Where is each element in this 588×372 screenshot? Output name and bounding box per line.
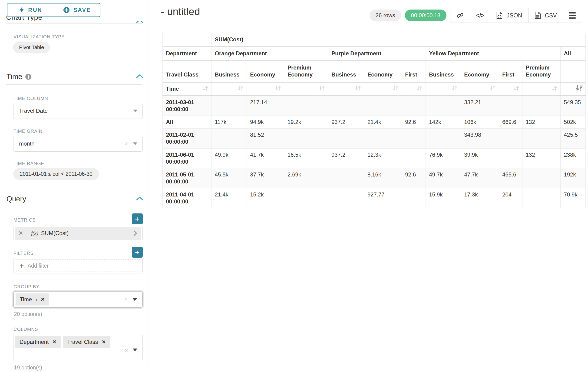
json-file-icon bbox=[496, 12, 503, 19]
time-collapse-chevron-icon[interactable] bbox=[136, 74, 143, 80]
time-range-label: TIME RANGE bbox=[13, 161, 44, 166]
pivot-cell: 12.3k bbox=[364, 148, 402, 168]
time-range-pill[interactable]: 2011-01-01 ≤ col < 2011-06-30 bbox=[13, 168, 99, 180]
clear-icon[interactable]: × bbox=[124, 347, 128, 354]
row-label: All bbox=[163, 116, 211, 128]
pivot-cell bbox=[284, 188, 328, 208]
chart-title[interactable]: - untitled bbox=[161, 6, 200, 17]
pivot-cell bbox=[328, 96, 364, 116]
pivot-cell: 425.5 bbox=[561, 128, 586, 148]
pivot-body: 2011-03-01 00:00:00217.14332.21549.35All… bbox=[163, 96, 586, 208]
columns-select[interactable]: Department ✕ Travel Class ✕ × bbox=[13, 334, 143, 361]
pivot-cell bbox=[364, 96, 402, 116]
sort-header[interactable] bbox=[402, 82, 426, 96]
table-row: 2011-02-01 00:00:0081.52343.98425.5 bbox=[163, 128, 586, 148]
sort-header-sorted-desc[interactable] bbox=[561, 82, 586, 96]
sort-header[interactable] bbox=[328, 82, 364, 96]
run-button[interactable]: RUN bbox=[7, 3, 54, 17]
pivot-cell: 81.52 bbox=[247, 128, 284, 148]
export-json-button[interactable]: .JSON bbox=[490, 8, 528, 22]
class-header: Economy bbox=[247, 60, 284, 82]
chart-area: - untitled 26 rows 00:00:00.18 </> bbox=[150, 0, 588, 372]
viz-type-pill[interactable]: Pivot Table bbox=[13, 42, 50, 53]
run-save-toolbar: RUN SAVE bbox=[7, 3, 100, 17]
sort-header[interactable] bbox=[284, 82, 328, 96]
sort-icon[interactable] bbox=[201, 85, 209, 93]
query-section-title: Query bbox=[7, 195, 26, 203]
sort-icon[interactable] bbox=[237, 85, 244, 93]
sort-icon[interactable] bbox=[551, 85, 558, 93]
time-grain-select[interactable]: month × bbox=[13, 136, 143, 152]
row-label: 2011-06-01 00:00:00 bbox=[163, 148, 211, 168]
chip-remove-icon[interactable]: ✕ bbox=[102, 339, 106, 345]
department-header-row: Department Orange Department Purple Depa… bbox=[163, 46, 586, 60]
control-panel: Chart Type RUN SAVE VISUALIZ bbox=[0, 0, 150, 372]
columns-label: COLUMNS bbox=[13, 327, 38, 332]
sort-header[interactable] bbox=[364, 82, 402, 96]
link-icon bbox=[456, 12, 464, 19]
sort-icon[interactable] bbox=[274, 85, 282, 93]
pivot-cell: 502k bbox=[561, 116, 586, 128]
pivot-cell: 669.6 bbox=[499, 116, 523, 128]
query-collapse-chevron-icon[interactable] bbox=[136, 196, 143, 202]
sort-header[interactable] bbox=[499, 82, 523, 96]
add-filter-button[interactable]: + Add filter bbox=[15, 259, 141, 272]
metric-header-row: SUM(Cost) bbox=[163, 33, 586, 46]
class-header bbox=[561, 60, 586, 82]
add-metric-button[interactable]: + bbox=[132, 213, 143, 224]
metric-pill[interactable]: ✕ f(x) SUM(Cost) bbox=[15, 227, 141, 240]
view-query-button[interactable]: </> bbox=[470, 8, 490, 22]
chip-remove-icon[interactable]: ✕ bbox=[52, 339, 56, 345]
fx-icon: f(x) bbox=[31, 230, 38, 236]
table-row: 2011-06-01 00:00:0049.9k41.7k16.5k937.21… bbox=[163, 148, 586, 168]
pivot-cell bbox=[328, 128, 364, 148]
menu-button[interactable] bbox=[563, 8, 582, 22]
table-row: All117k94.9k19.2k937.221.4k92.6142k106k6… bbox=[163, 116, 586, 128]
group-by-chip-time[interactable]: Time i ✕ bbox=[16, 293, 49, 306]
pivot-cell bbox=[523, 96, 561, 116]
sort-desc-active-icon[interactable] bbox=[575, 85, 583, 93]
sort-header[interactable] bbox=[247, 82, 284, 96]
row-count-badge: 26 rows bbox=[369, 10, 401, 21]
open-metric-chevron-icon[interactable] bbox=[129, 227, 141, 240]
columns-chip-department[interactable]: Department ✕ bbox=[15, 336, 61, 348]
class-header: Premium Economy bbox=[523, 60, 561, 82]
pivot-cell bbox=[523, 188, 561, 208]
sort-icon[interactable] bbox=[451, 85, 458, 93]
sort-icon[interactable] bbox=[354, 85, 362, 93]
group-by-select[interactable]: Time i ✕ × bbox=[13, 291, 143, 308]
export-csv-button[interactable]: .CSV bbox=[528, 8, 563, 22]
viz-type-label: VISUALIZATION TYPE bbox=[13, 34, 65, 40]
clear-icon[interactable]: × bbox=[125, 140, 128, 147]
metrics-control: ✕ f(x) SUM(Cost) bbox=[13, 225, 143, 241]
row-label: 2011-02-01 00:00:00 bbox=[163, 128, 211, 148]
panel-scrollbar[interactable] bbox=[147, 0, 148, 372]
chip-remove-icon[interactable]: ✕ bbox=[41, 297, 45, 302]
remove-metric-icon[interactable]: ✕ bbox=[15, 227, 27, 240]
pivot-cell: 204 bbox=[499, 188, 523, 208]
share-link-button[interactable] bbox=[451, 8, 470, 22]
columns-hint: 19 option(s) bbox=[14, 365, 42, 371]
clear-icon[interactable]: × bbox=[124, 296, 128, 303]
sort-icon[interactable] bbox=[318, 85, 326, 93]
time-column-label: TIME COLUMN bbox=[13, 96, 48, 101]
sort-header[interactable] bbox=[461, 82, 499, 96]
time-sort-header[interactable]: Time bbox=[163, 82, 211, 96]
save-button[interactable]: SAVE bbox=[54, 3, 100, 17]
pivot-cell: 21.4k bbox=[211, 188, 247, 208]
pivot-cell: 15.9k bbox=[426, 188, 461, 208]
sort-header[interactable] bbox=[426, 82, 461, 96]
sort-icon[interactable] bbox=[489, 85, 496, 93]
pivot-cell: 47.7k bbox=[461, 168, 499, 188]
sort-icon[interactable] bbox=[513, 85, 520, 93]
sort-icon[interactable] bbox=[392, 85, 399, 93]
add-filter-plus-button[interactable]: + bbox=[132, 247, 143, 258]
sort-header[interactable] bbox=[211, 82, 247, 96]
sort-icon[interactable] bbox=[416, 85, 423, 93]
class-header: Premium Economy bbox=[284, 60, 328, 82]
pivot-cell: 937.2 bbox=[328, 116, 364, 128]
columns-chip-travel-class[interactable]: Travel Class ✕ bbox=[63, 336, 110, 348]
time-column-select[interactable]: Travel Date bbox=[13, 103, 143, 119]
query-timer-badge: 00:00:00.18 bbox=[405, 10, 446, 21]
sort-header[interactable] bbox=[523, 82, 561, 96]
